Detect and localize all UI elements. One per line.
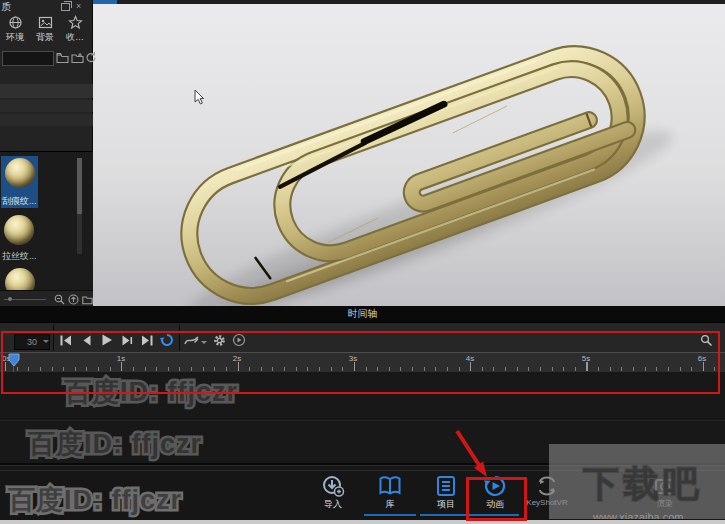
- dropdown-caret-icon[interactable]: [201, 341, 207, 347]
- library-tab[interactable]: 库: [362, 472, 418, 516]
- import-button[interactable]: 导入: [305, 472, 361, 516]
- library-book-icon: [378, 475, 402, 497]
- skip-start-icon: [59, 335, 72, 346]
- xiazaiba-url-text: www.xiazaiba.com: [593, 511, 725, 519]
- baidu-id-watermark: 百度ID: ffjczr: [64, 374, 238, 410]
- material-thumb-scratched[interactable]: [5, 158, 35, 188]
- ruler-label: 4s: [466, 354, 474, 363]
- play-button[interactable]: [98, 332, 116, 348]
- material-label: 刮痕纹...: [2, 195, 37, 208]
- materials-panel: 质 × 环境 背景 收…: [0, 0, 93, 306]
- slider-handle[interactable]: [8, 297, 12, 301]
- project-document-icon: [434, 475, 458, 497]
- timeline-header: 时间轴: [0, 306, 725, 322]
- import-icon: [321, 475, 345, 497]
- material-panel-footer: [0, 290, 93, 306]
- window-bottom-edge: [0, 520, 725, 524]
- loop-icon: [159, 333, 175, 347]
- animation-play-icon: [483, 475, 507, 497]
- timeline-ruler[interactable]: 0s 1s 2s 3s 4s 5s 6s: [0, 352, 725, 372]
- list-item[interactable]: [0, 84, 93, 98]
- step-forward-icon: [121, 335, 133, 346]
- spinner-caret-icon[interactable]: [43, 340, 49, 346]
- step-back-icon: [80, 335, 92, 346]
- material-thumb[interactable]: [5, 268, 35, 291]
- list-item[interactable]: [0, 114, 93, 126]
- baidu-id-watermark: 百度ID: ffjczr: [28, 426, 202, 462]
- loop-button[interactable]: [158, 332, 176, 348]
- curve-editor-button[interactable]: [182, 332, 200, 348]
- ruler-label: 5s: [582, 354, 590, 363]
- skip-start-button[interactable]: [56, 332, 74, 348]
- folder-icon[interactable]: [82, 294, 93, 305]
- material-label: 拉丝纹...: [2, 250, 37, 263]
- tab-environment[interactable]: 环境: [0, 14, 30, 46]
- divider: [179, 325, 180, 351]
- settings-button[interactable]: [210, 332, 228, 348]
- star-icon: [68, 15, 83, 30]
- skip-end-icon: [141, 335, 154, 346]
- playhead-marker[interactable]: [8, 353, 20, 371]
- ruler-label: 2s: [233, 354, 241, 363]
- ruler-label: 1s: [117, 354, 125, 363]
- material-thumb-brushed[interactable]: [4, 215, 34, 245]
- render-viewport[interactable]: [93, 0, 725, 306]
- close-icon[interactable]: ×: [76, 2, 81, 11]
- timeline-zoom-button[interactable]: [697, 332, 715, 348]
- ruler-major-ticks: [0, 362, 725, 371]
- gear-icon: [213, 334, 226, 347]
- preview-play-icon: [232, 333, 246, 347]
- ruler-label: 3s: [349, 354, 357, 363]
- material-list: 刮痕纹... 拉丝纹...: [0, 151, 93, 291]
- baidu-id-watermark: 百度ID: ffjczr: [8, 482, 182, 518]
- step-back-button[interactable]: [77, 332, 95, 348]
- xiazaiba-logo-text: 下载吧: [583, 460, 719, 509]
- active-tab-underline: [364, 514, 416, 516]
- zoom-out-icon[interactable]: [54, 294, 65, 305]
- image-icon: [38, 15, 53, 30]
- xiazaiba-watermark: 下载吧 www.xiazaiba.com: [549, 444, 725, 519]
- ruler-label: 6s: [698, 354, 706, 363]
- float-window-icon[interactable]: [61, 3, 70, 11]
- globe-icon: [8, 15, 23, 30]
- skip-end-button[interactable]: [138, 332, 156, 348]
- open-folder-icon[interactable]: [56, 51, 69, 64]
- play-icon: [101, 334, 113, 346]
- curve-pen-icon: [184, 334, 199, 346]
- add-folder-icon[interactable]: [71, 51, 84, 64]
- project-tab[interactable]: 项目: [418, 472, 474, 516]
- track-divider: [0, 420, 725, 421]
- list-item[interactable]: [0, 100, 93, 112]
- timeline-controls: 30: [0, 322, 725, 352]
- divider: [53, 325, 54, 351]
- tab-background[interactable]: 背景: [30, 14, 60, 46]
- active-tab-underline: [469, 514, 519, 516]
- active-tab-underline: [420, 514, 472, 516]
- tab-favorites[interactable]: 收…: [60, 14, 90, 46]
- material-search-input[interactable]: [2, 51, 54, 66]
- viewport-top-blue-segment: [93, 0, 117, 4]
- keyshot-window: 质 × 环境 背景 收…: [0, 0, 725, 524]
- zoom-icon: [700, 334, 713, 347]
- refresh-icon[interactable]: [85, 51, 97, 64]
- paperclip-render: [93, 0, 725, 306]
- upload-circle-icon[interactable]: [68, 294, 79, 305]
- material-scrollbar[interactable]: [77, 158, 82, 254]
- preview-button[interactable]: [230, 332, 248, 348]
- step-forward-button[interactable]: [118, 332, 136, 348]
- viewport-top-strip: [93, 0, 725, 4]
